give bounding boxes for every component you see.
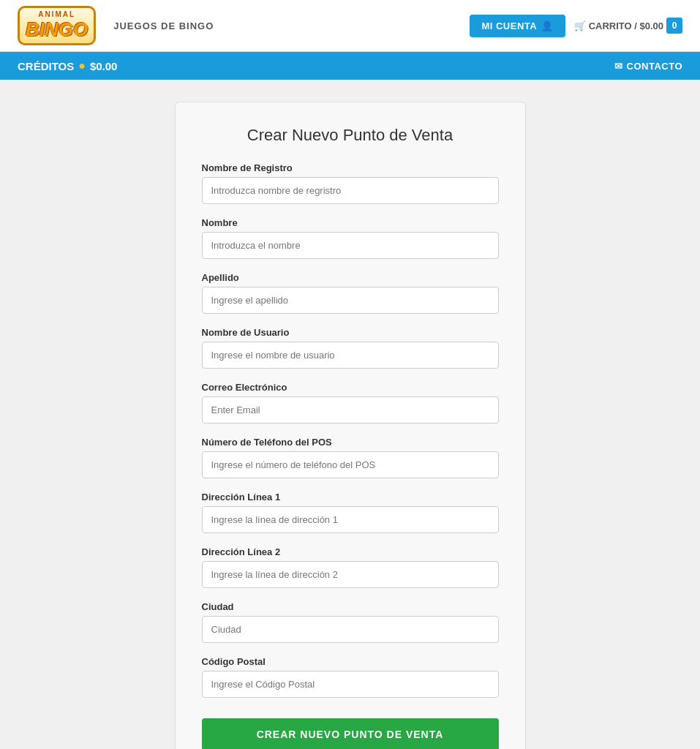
- carrito-label: CARRITO / $0.00: [589, 20, 663, 31]
- form-group-codigo-postal: Código Postal: [202, 656, 499, 698]
- form-title: Crear Nuevo Punto de Venta: [202, 126, 499, 145]
- label-nombre: Nombre: [202, 217, 499, 228]
- carrito-count[interactable]: 0: [666, 18, 682, 34]
- mi-cuenta-button[interactable]: MI CUENTA 👤: [470, 15, 565, 37]
- form-group-direccion1: Dirección Línea 1: [202, 492, 499, 533]
- submit-button[interactable]: CREAR NUEVO PUNTO DE VENTA: [202, 718, 499, 749]
- form-card: Crear Nuevo Punto de Venta Nombre de Reg…: [175, 102, 526, 749]
- logo-bingo-text: BINGO: [26, 18, 88, 41]
- input-codigo-postal[interactable]: [202, 671, 499, 698]
- user-icon: 👤: [541, 20, 554, 31]
- label-ciudad: Ciudad: [202, 601, 499, 612]
- carrito-icon: 🛒: [574, 20, 586, 31]
- creditos-section: CRÉDITOS ● $0.00: [18, 59, 117, 72]
- input-ciudad[interactable]: [202, 616, 499, 643]
- creditos-label: CRÉDITOS: [18, 60, 74, 72]
- input-telefono[interactable]: [202, 451, 499, 478]
- input-direccion2[interactable]: [202, 561, 499, 588]
- blue-bar: CRÉDITOS ● $0.00 ✉ CONTACTO: [0, 52, 700, 80]
- logo-animal-text: ANIMAL: [26, 10, 88, 18]
- label-codigo-postal: Código Postal: [202, 656, 499, 667]
- input-nombre-usuario[interactable]: [202, 342, 499, 369]
- coin-icon: ●: [78, 59, 86, 72]
- label-direccion2: Dirección Línea 2: [202, 546, 499, 557]
- form-group-nombre: Nombre: [202, 217, 499, 259]
- form-group-nombre-registro: Nombre de Registro: [202, 162, 499, 204]
- label-direccion1: Dirección Línea 1: [202, 492, 499, 503]
- contacto-link[interactable]: ✉ CONTACTO: [614, 61, 682, 72]
- header-left: ANIMAL BINGO JUEGOS DE BINGO: [18, 6, 214, 45]
- label-nombre-usuario: Nombre de Usuario: [202, 327, 499, 338]
- label-nombre-registro: Nombre de Registro: [202, 162, 499, 173]
- input-apellido[interactable]: [202, 287, 499, 314]
- label-apellido: Apellido: [202, 272, 499, 283]
- input-nombre[interactable]: [202, 232, 499, 259]
- form-group-ciudad: Ciudad: [202, 601, 499, 643]
- input-correo[interactable]: [202, 396, 499, 424]
- juegos-de-bingo-nav[interactable]: JUEGOS DE BINGO: [113, 20, 214, 31]
- label-telefono: Número de Teléfono del POS: [202, 437, 499, 448]
- input-nombre-registro[interactable]: [202, 177, 499, 204]
- mi-cuenta-label: MI CUENTA: [481, 20, 537, 31]
- carrito-wrap: 🛒 CARRITO / $0.00 0: [574, 18, 682, 34]
- contacto-label: CONTACTO: [627, 61, 682, 72]
- creditos-amount: $0.00: [90, 60, 118, 72]
- form-group-apellido: Apellido: [202, 272, 499, 314]
- header-right: MI CUENTA 👤 🛒 CARRITO / $0.00 0: [470, 15, 682, 37]
- form-group-nombre-usuario: Nombre de Usuario: [202, 327, 499, 369]
- logo: ANIMAL BINGO: [18, 6, 96, 45]
- form-group-direccion2: Dirección Línea 2: [202, 546, 499, 588]
- main-content: Crear Nuevo Punto de Venta Nombre de Reg…: [0, 80, 700, 749]
- input-direccion1[interactable]: [202, 506, 499, 533]
- create-pos-form: Nombre de RegistroNombreApellidoNombre d…: [202, 162, 499, 698]
- site-header: ANIMAL BINGO JUEGOS DE BINGO MI CUENTA 👤…: [0, 0, 700, 52]
- mail-icon: ✉: [614, 61, 623, 72]
- form-group-telefono: Número de Teléfono del POS: [202, 437, 499, 478]
- label-correo: Correo Electrónico: [202, 382, 499, 393]
- form-group-correo: Correo Electrónico: [202, 382, 499, 424]
